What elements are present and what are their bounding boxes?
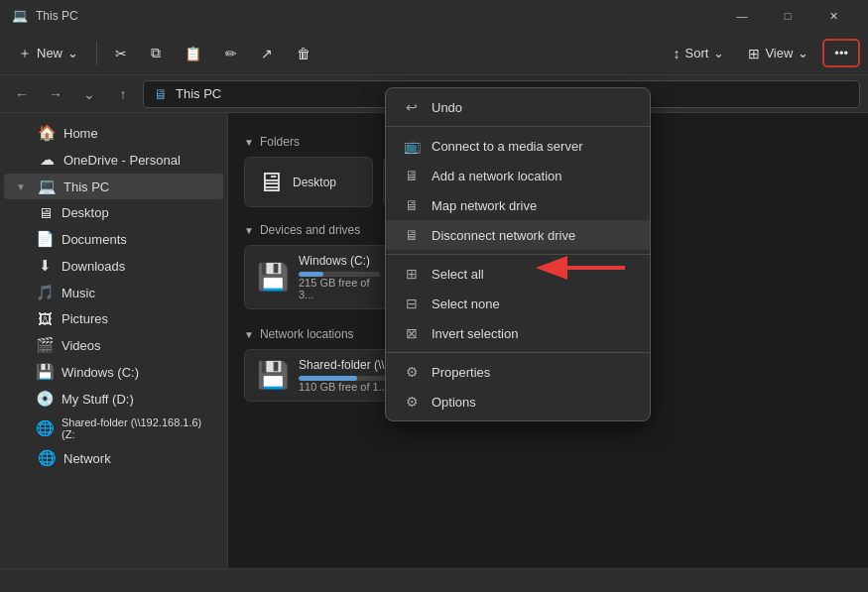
app-icon: 💻 bbox=[12, 8, 28, 24]
title-bar-controls: — □ ✕ bbox=[719, 0, 856, 32]
sidebar-item-music[interactable]: 🎵 Music bbox=[4, 280, 223, 305]
more-button[interactable]: ••• bbox=[822, 39, 860, 67]
folders-chevron: ▼ bbox=[244, 137, 254, 148]
delete-icon: 🗑 bbox=[297, 46, 310, 61]
paste-button[interactable]: 📋 bbox=[175, 41, 211, 66]
folder-desktop-name: Desktop bbox=[293, 176, 336, 189]
sort-icon: ↕ bbox=[674, 46, 681, 61]
sidebar-item-pictures[interactable]: 🖼 Pictures bbox=[4, 306, 223, 331]
drive-c-info: Windows (C:) 215 GB free of 3... bbox=[299, 254, 380, 300]
menu-options[interactable]: ⚙ Options bbox=[386, 387, 650, 416]
sidebar-item-downloads[interactable]: ⬇ Downloads bbox=[4, 253, 223, 279]
address-monitor-icon: 🖥 bbox=[154, 86, 168, 102]
onedrive-icon: ☁ bbox=[38, 151, 56, 169]
invert-selection-icon: ⊠ bbox=[402, 325, 422, 341]
chevron-thispc: ▼ bbox=[16, 181, 30, 192]
title-text: This PC bbox=[36, 9, 78, 23]
folder-tile-desktop[interactable]: 🖥 Desktop bbox=[244, 157, 373, 207]
back-button[interactable]: ← bbox=[8, 80, 36, 108]
nav-down-button[interactable]: ⌄ bbox=[75, 80, 103, 108]
close-button[interactable]: ✕ bbox=[810, 0, 856, 32]
sidebar-label-onedrive: OneDrive - Personal bbox=[63, 153, 181, 168]
menu-undo[interactable]: ↩ Undo bbox=[386, 92, 650, 122]
sidebar-item-thispc[interactable]: ▼ 💻 This PC bbox=[4, 174, 223, 199]
toolbar: ＋ New ⌄ ✂ ⧉ 📋 ✏ ↗ 🗑 ↕ Sort ⌄ ⊞ View ⌄ ••… bbox=[0, 32, 868, 75]
network-chevron: ▼ bbox=[244, 329, 254, 340]
menu-properties[interactable]: ⚙ Properties bbox=[386, 357, 650, 387]
copy-button[interactable]: ⧉ bbox=[141, 40, 171, 66]
sidebar-item-shared-z[interactable]: 🌐 Shared-folder (\\192.168.1.6) (Z: bbox=[4, 413, 223, 444]
sidebar-label-videos: Videos bbox=[62, 338, 101, 353]
sidebar-label-downloads: Downloads bbox=[62, 259, 125, 274]
shared-drive-icon: 💾 bbox=[257, 360, 289, 391]
toolbar-separator-1 bbox=[96, 42, 97, 65]
sort-chevron: ⌄ bbox=[713, 46, 724, 60]
forward-button[interactable]: → bbox=[42, 80, 69, 108]
more-label: ••• bbox=[834, 46, 848, 60]
sidebar-item-home[interactable]: 🏠 Home bbox=[4, 120, 223, 146]
sort-button[interactable]: ↕ Sort ⌄ bbox=[664, 41, 735, 66]
menu-connect-media-label: Connect to a media server bbox=[432, 139, 582, 154]
menu-add-network-label: Add a network location bbox=[432, 169, 562, 183]
network-header-label: Network locations bbox=[260, 327, 354, 341]
sidebar-label-thispc: This PC bbox=[63, 179, 109, 194]
shared-z-icon: 🌐 bbox=[36, 419, 54, 437]
sidebar-item-network[interactable]: 🌐 Network bbox=[4, 445, 223, 471]
videos-icon: 🎬 bbox=[36, 336, 54, 354]
menu-select-none-label: Select none bbox=[432, 296, 500, 311]
sidebar-item-mystuff-d[interactable]: 💿 My Stuff (D:) bbox=[4, 386, 223, 412]
pictures-icon: 🖼 bbox=[36, 310, 54, 327]
up-button[interactable]: ↑ bbox=[109, 80, 137, 108]
menu-sep-1 bbox=[386, 126, 650, 127]
menu-select-all-label: Select all bbox=[432, 267, 484, 282]
connect-media-icon: 📺 bbox=[402, 138, 422, 154]
view-label: View bbox=[765, 46, 793, 60]
status-bar bbox=[0, 568, 868, 592]
new-chevron: ⌄ bbox=[67, 46, 78, 60]
address-path: This PC bbox=[176, 86, 221, 101]
devices-chevron: ▼ bbox=[244, 225, 254, 236]
title-bar: 💻 This PC — □ ✕ bbox=[0, 0, 868, 32]
sidebar-item-desktop[interactable]: 🖥 Desktop bbox=[4, 200, 223, 225]
new-icon: ＋ bbox=[18, 45, 32, 62]
devices-header-label: Devices and drives bbox=[260, 223, 360, 237]
home-icon: 🏠 bbox=[38, 124, 56, 142]
select-all-icon: ⊞ bbox=[402, 266, 422, 282]
documents-icon: 📄 bbox=[36, 230, 54, 248]
share-button[interactable]: ↗ bbox=[251, 41, 283, 66]
menu-invert-selection-label: Invert selection bbox=[432, 326, 518, 341]
rename-button[interactable]: ✏ bbox=[215, 41, 247, 66]
add-network-icon: 🖥 bbox=[402, 168, 422, 183]
network-icon: 🌐 bbox=[38, 449, 56, 467]
map-drive-icon: 🖥 bbox=[402, 197, 422, 213]
sidebar-item-onedrive[interactable]: ☁ OneDrive - Personal bbox=[4, 147, 223, 173]
maximize-button[interactable]: □ bbox=[765, 0, 810, 32]
sidebar: 🏠 Home ☁ OneDrive - Personal ▼ 💻 This PC… bbox=[0, 113, 228, 568]
sidebar-label-music: Music bbox=[62, 286, 95, 300]
menu-invert-selection[interactable]: ⊠ Invert selection bbox=[386, 318, 650, 348]
sidebar-label-shared-z: Shared-folder (\\192.168.1.6) (Z: bbox=[62, 416, 215, 440]
menu-add-network[interactable]: 🖥 Add a network location bbox=[386, 161, 650, 190]
sidebar-item-windows-c[interactable]: 💾 Windows (C:) bbox=[4, 359, 223, 385]
new-button[interactable]: ＋ New ⌄ bbox=[8, 40, 88, 67]
sidebar-label-network: Network bbox=[63, 451, 111, 466]
view-button[interactable]: ⊞ View ⌄ bbox=[738, 41, 818, 66]
delete-button[interactable]: 🗑 bbox=[287, 41, 320, 66]
minimize-button[interactable]: — bbox=[719, 0, 765, 32]
sidebar-item-documents[interactable]: 📄 Documents bbox=[4, 226, 223, 252]
menu-undo-label: Undo bbox=[432, 100, 462, 115]
sidebar-label-windows-c: Windows (C:) bbox=[62, 365, 139, 380]
menu-select-none[interactable]: ⊟ Select none bbox=[386, 289, 650, 318]
mystuff-d-icon: 💿 bbox=[36, 390, 54, 408]
title-bar-left: 💻 This PC bbox=[12, 8, 78, 24]
music-icon: 🎵 bbox=[36, 284, 54, 301]
menu-map-drive[interactable]: 🖥 Map network drive bbox=[386, 190, 650, 220]
menu-map-drive-label: Map network drive bbox=[432, 198, 537, 213]
cut-button[interactable]: ✂ bbox=[105, 41, 137, 66]
menu-disconnect-drive[interactable]: 🖥 Disconnect network drive bbox=[386, 220, 650, 250]
menu-connect-media[interactable]: 📺 Connect to a media server bbox=[386, 131, 650, 161]
view-icon: ⊞ bbox=[748, 46, 760, 61]
sidebar-item-videos[interactable]: 🎬 Videos bbox=[4, 332, 223, 358]
drive-c-name: Windows (C:) bbox=[299, 254, 380, 268]
paste-icon: 📋 bbox=[185, 46, 201, 61]
